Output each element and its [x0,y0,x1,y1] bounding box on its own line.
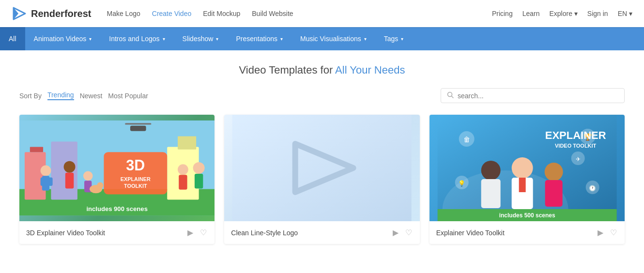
nav-learn[interactable]: Learn [522,10,540,17]
svg-line-3 [452,96,454,98]
svg-text:EXPLAINER: EXPLAINER [121,176,151,182]
header: Renderforest Make Logo Create Video Edit… [0,0,644,27]
svg-rect-17 [41,178,45,186]
card-1-play-button[interactable]: ▶ [186,227,194,238]
cat-slideshow-arrow: ▾ [216,36,218,42]
card-3-thumbnail: 🗑 🏆 💡 🕐 ✈ EXPLAINER VIDEO TOOLKIT [429,115,625,221]
card-3-favorite-button[interactable]: ♡ [609,227,618,238]
svg-point-19 [64,161,76,173]
nav-create-video[interactable]: Create Video [152,10,191,17]
svg-point-39 [511,157,533,179]
cards-grid: 3D EXPLAINER TOOLKIT [19,115,625,244]
main-content: Video Templates for All Your Needs Sort … [0,50,644,273]
svg-rect-20 [65,173,74,189]
svg-point-25 [178,164,188,175]
svg-text:TOOLKIT: TOOLKIT [124,183,147,189]
svg-rect-43 [545,180,562,207]
svg-point-21 [83,171,93,181]
svg-rect-18 [48,178,53,186]
card-2-title: Clean Line-Style Logo [231,229,298,237]
svg-rect-33 [232,115,412,221]
card-1-footer: 3D Explainer Video Toolkit ▶ ♡ [19,221,215,244]
svg-rect-6 [25,152,46,199]
sort-label: Sort By [19,92,42,100]
card-1: 3D EXPLAINER TOOLKIT [19,115,215,244]
nav-make-logo[interactable]: Make Logo [107,10,140,17]
card-1-thumbnail: 3D EXPLAINER TOOLKIT [19,115,215,221]
card-1-favorite-button[interactable]: ♡ [199,227,208,238]
nav-explore[interactable]: Explore ▾ [549,10,577,17]
cat-all[interactable]: All [0,27,25,50]
main-nav: Make Logo Create Video Edit Mockup Build… [107,10,491,17]
nav-pricing[interactable]: Pricing [492,10,513,17]
search-box [441,88,625,103]
svg-rect-7 [30,147,43,152]
search-input[interactable] [458,92,618,100]
cat-music-visualisations[interactable]: Music Visualisations ▾ [291,27,375,50]
sort-newest[interactable]: Newest [80,92,103,100]
nav-right: Pricing Learn Explore ▾ Sign in EN ▾ [492,10,632,17]
svg-text:includes 500 scenes: includes 500 scenes [499,212,555,219]
svg-rect-10 [178,136,196,150]
cat-music-label: Music Visualisations [300,35,361,43]
svg-point-23 [193,162,205,174]
card-3-title: Explainer Video Toolkit [436,229,505,237]
page-title-highlight: All Your Needs [335,64,405,76]
svg-rect-30 [125,123,152,124]
cat-presentations-arrow: ▾ [280,36,283,42]
logo-icon [12,6,27,21]
card-2: Clean Line-Style Logo ▶ ♡ [224,115,419,244]
cat-tags-arrow: ▾ [401,36,403,42]
card-2-favorite-button[interactable]: ♡ [404,227,413,238]
nav-lang[interactable]: EN ▾ [618,10,632,17]
cat-animation-label: Animation Videos [34,35,87,43]
svg-point-37 [481,161,500,180]
sort-trending[interactable]: Trending [47,91,74,100]
cat-presentations-label: Presentations [236,35,277,43]
svg-rect-38 [481,179,500,208]
svg-point-28 [97,182,103,188]
cat-slideshow[interactable]: Slideshow ▾ [174,27,228,50]
svg-text:🕐: 🕐 [589,184,596,192]
svg-point-42 [544,163,563,181]
nav-signin[interactable]: Sign in [587,10,608,17]
card-2-footer: Clean Line-Style Logo ▶ ♡ [224,221,419,244]
nav-build-website[interactable]: Build Website [252,10,293,17]
svg-text:includes 900 scenes: includes 900 scenes [86,205,148,212]
cat-intros-label: Intros and Logos [109,35,159,43]
cat-tags[interactable]: Tags ▾ [375,27,413,50]
logo-area[interactable]: Renderforest [12,6,91,21]
svg-text:EXPLAINER: EXPLAINER [545,129,606,141]
cat-all-label: All [9,35,16,43]
category-nav: All Animation Videos ▾ Intros and Logos … [0,27,644,50]
cat-animation-arrow: ▾ [89,36,92,42]
nav-edit-mockup[interactable]: Edit Mockup [203,10,240,17]
card-3: 🗑 🏆 💡 🕐 ✈ EXPLAINER VIDEO TOOLKIT [429,115,625,244]
svg-text:3D: 3D [126,157,145,173]
card-2-actions: ▶ ♡ [392,227,413,238]
cat-music-arrow: ▾ [364,36,367,42]
cat-presentations[interactable]: Presentations ▾ [227,27,291,50]
sort-area: Sort By Trending Newest Most Popular [19,91,148,100]
search-icon [447,91,454,100]
cat-slideshow-label: Slideshow [183,35,214,43]
brand-name: Renderforest [31,8,91,19]
page-title: Video Templates for All Your Needs [19,64,625,76]
cat-tags-label: Tags [384,35,399,43]
svg-text:VIDEO TOOLKIT: VIDEO TOOLKIT [555,143,597,149]
card-3-actions: ▶ ♡ [597,227,618,238]
sort-most-popular[interactable]: Most Popular [108,92,148,100]
card-1-actions: ▶ ♡ [186,227,208,238]
cat-intros-arrow: ▾ [163,36,165,42]
controls-row: Sort By Trending Newest Most Popular [19,88,625,103]
cat-animation-videos[interactable]: Animation Videos ▾ [25,27,101,50]
svg-rect-41 [519,178,525,192]
svg-rect-26 [179,175,187,190]
card-1-title: 3D Explainer Video Toolkit [26,229,105,237]
card-3-play-button[interactable]: ▶ [597,227,604,238]
cat-intros-logos[interactable]: Intros and Logos ▾ [100,27,173,50]
card-2-play-button[interactable]: ▶ [392,227,399,238]
svg-rect-24 [195,174,203,189]
svg-rect-29 [130,126,146,131]
svg-text:✈: ✈ [575,156,580,163]
